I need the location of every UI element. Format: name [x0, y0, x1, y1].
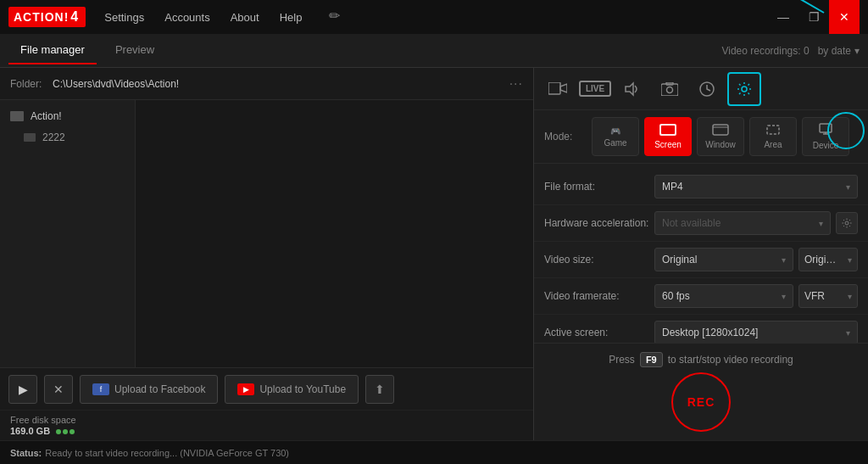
recordings-count: Video recordings: 0 — [721, 45, 809, 57]
right-panel: LIVE Mode: 🎮 Game — [534, 68, 868, 440]
audio-icon[interactable] — [615, 72, 649, 106]
sort-label: by date — [818, 45, 851, 57]
mode-device-button[interactable]: Device — [802, 117, 849, 156]
file-format-arrow-icon: ▾ — [846, 182, 850, 192]
svg-point-4 — [667, 87, 673, 92]
play-icon: ▶ — [19, 383, 28, 396]
video-size-value: Original — [662, 254, 697, 266]
press-text: Press — [609, 354, 635, 366]
folder-options-button[interactable]: ··· — [509, 76, 523, 92]
sub-folder-icon — [24, 133, 36, 142]
content-area — [136, 100, 533, 367]
schedule-icon[interactable] — [690, 72, 724, 106]
video-icon[interactable] — [541, 72, 575, 106]
video-framerate-extra: VFR — [804, 290, 825, 302]
live-icon[interactable]: LIVE — [578, 72, 612, 106]
nav-help[interactable]: Help — [278, 8, 304, 27]
left-panel: Folder: C:\Users\dvd\Videos\Action! ··· … — [0, 68, 534, 440]
folder-label: Folder: — [10, 78, 44, 90]
device-label: Device — [813, 141, 839, 150]
gear-icon[interactable] — [727, 72, 761, 106]
svg-marker-2 — [626, 83, 633, 95]
window-icon — [712, 124, 729, 137]
upload-facebook-label: Upload to Facebook — [114, 383, 205, 395]
hardware-accel-gear-button[interactable] — [836, 212, 858, 234]
screen-icon — [659, 124, 676, 137]
svg-rect-13 — [820, 124, 832, 132]
hardware-accel-value: Not available — [662, 217, 721, 229]
list-item-2222[interactable]: 2222 — [0, 127, 135, 148]
area-icon — [765, 124, 782, 137]
mode-label: Mode: — [544, 131, 587, 143]
status-text: Ready to start video recording... (NVIDI… — [45, 448, 289, 458]
disk-dots — [56, 429, 75, 434]
active-screen-control: Desktop [1280x1024] ▾ — [654, 321, 858, 343]
youtube-icon: ▶ — [237, 383, 254, 395]
video-framerate-dropdown[interactable]: 60 fps ▾ — [654, 284, 793, 308]
folder-bar: Folder: C:\Users\dvd\Videos\Action! ··· — [0, 68, 533, 100]
svg-point-7 — [742, 87, 747, 92]
pencil-icon[interactable]: ✏ — [329, 8, 340, 27]
hardware-accel-dropdown[interactable]: Not available ▾ — [654, 211, 831, 235]
title-bar: ACTION!4 Settings Accounts About Help ✏ … — [0, 0, 868, 34]
upload-button[interactable]: ⬆ — [365, 375, 394, 404]
active-screen-label: Active screen: — [544, 327, 654, 338]
svg-rect-12 — [767, 126, 779, 134]
disk-size: 169.0 GB — [10, 426, 50, 436]
logo-text: ACTION!4 — [8, 7, 86, 27]
main-layout: Folder: C:\Users\dvd\Videos\Action! ··· … — [0, 68, 868, 440]
press-row: Press F9 to start/stop video recording — [609, 352, 793, 367]
upload-youtube-button[interactable]: ▶ Upload to YouTube — [225, 375, 359, 404]
play-button[interactable]: ▶ — [8, 375, 37, 404]
status-label: Status: — [10, 448, 42, 458]
game-label: Game — [604, 138, 626, 148]
nav-about[interactable]: About — [229, 8, 261, 27]
folder-path: C:\Users\dvd\Videos\Action! — [53, 78, 509, 90]
upload-facebook-button[interactable]: f Upload to Facebook — [80, 375, 218, 404]
app-logo: ACTION!4 — [8, 7, 86, 27]
video-framerate-extra-dropdown[interactable]: VFR ▾ — [798, 284, 858, 308]
area-label: Area — [764, 140, 782, 149]
minimize-button[interactable]: — — [768, 0, 798, 34]
sort-button[interactable]: by date ▾ — [818, 45, 860, 57]
active-screen-dropdown[interactable]: Desktop [1280x1024] ▾ — [654, 321, 858, 343]
status-bar: Status: Ready to start video recording..… — [0, 440, 868, 464]
file-format-value: MP4 — [662, 181, 683, 193]
game-icon: 🎮 — [610, 126, 620, 136]
video-size-extra-dropdown[interactable]: Origi… ▾ — [798, 248, 858, 271]
item-2222-label: 2222 — [42, 131, 65, 143]
tabs-bar: File manager Preview Video recordings: 0… — [0, 34, 868, 68]
close-button[interactable]: ✕ — [829, 0, 860, 34]
active-screen-value: Desktop [1280x1024] — [662, 327, 758, 338]
file-format-label: File format: — [544, 181, 654, 193]
rec-section: Press F9 to start/stop video recording R… — [534, 343, 868, 440]
video-size-dropdown[interactable]: Original ▾ — [654, 248, 793, 271]
rec-button[interactable]: REC — [671, 372, 731, 432]
screen-label: Screen — [654, 140, 682, 149]
file-format-control: MP4 ▾ — [654, 175, 858, 198]
bottom-toolbar: ▶ ✕ f Upload to Facebook ▶ Upload to You… — [0, 367, 533, 410]
device-icon — [818, 123, 833, 138]
maximize-button[interactable]: ❐ — [798, 0, 829, 34]
key-desc: to start/stop video recording — [668, 354, 793, 366]
stop-button[interactable]: ✕ — [44, 375, 73, 404]
mode-window-button[interactable]: Window — [697, 117, 744, 156]
file-format-dropdown[interactable]: MP4 ▾ — [654, 175, 858, 198]
video-size-control: Original ▾ Origi… ▾ — [654, 248, 858, 271]
file-format-row: File format: MP4 ▾ — [534, 169, 868, 205]
screenshot-icon[interactable] — [653, 72, 687, 106]
window-controls: — ❐ ✕ — [768, 0, 860, 34]
svg-rect-9 — [661, 126, 675, 134]
nav-accounts[interactable]: Accounts — [163, 8, 211, 27]
nav-settings[interactable]: Settings — [103, 8, 146, 27]
list-item-action[interactable]: Action! — [0, 105, 135, 127]
window-label: Window — [705, 140, 736, 149]
tab-preview[interactable]: Preview — [103, 36, 166, 64]
mode-area-button[interactable]: Area — [749, 117, 797, 156]
folder-icon — [10, 111, 24, 121]
svg-point-16 — [845, 221, 849, 225]
mode-screen-button[interactable]: Screen — [644, 117, 692, 156]
mode-game-button[interactable]: 🎮 Game — [592, 117, 639, 156]
tab-file-manager[interactable]: File manager — [8, 36, 97, 64]
svg-rect-3 — [661, 84, 678, 96]
